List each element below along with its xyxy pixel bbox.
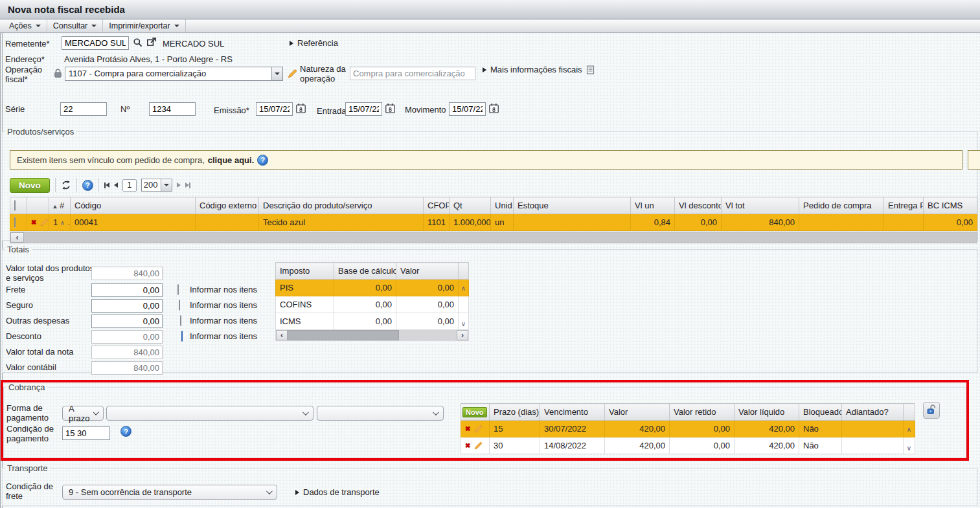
- row-collapse-icon[interactable]: [60, 219, 65, 226]
- movimento-input[interactable]: [449, 102, 486, 116]
- emissao-input[interactable]: [256, 102, 293, 116]
- operacao-fiscal-select[interactable]: 1107 - Compra para comercialização: [65, 67, 283, 81]
- col-vl-tot[interactable]: Vl tot: [722, 197, 799, 214]
- entrada-input[interactable]: [345, 102, 382, 116]
- natureza-operacao-label: Natureza da operação: [300, 65, 356, 84]
- col-vl-un[interactable]: Vl un: [631, 197, 675, 214]
- parcela-row[interactable]: 15 30/07/2022 420,00 0,00 420,00 Não: [461, 421, 915, 437]
- pencil-icon[interactable]: [288, 69, 297, 78]
- imposto-row[interactable]: ICMS 0,00 0,00: [276, 313, 469, 330]
- seguro-informar-checkbox[interactable]: [179, 300, 180, 311]
- scroll-left-button[interactable]: [10, 232, 24, 243]
- col-entrega-pc[interactable]: Entrega PC: [884, 197, 924, 214]
- col-valor[interactable]: Valor: [605, 404, 670, 421]
- col-estoque[interactable]: Estoque: [514, 197, 631, 214]
- dados-transporte-link[interactable]: Dados de transporte: [295, 487, 380, 497]
- calendar-icon[interactable]: [488, 103, 499, 114]
- scroll-down-icon[interactable]: [461, 320, 466, 327]
- impostos-horizontal-scrollbar[interactable]: [276, 330, 468, 340]
- delete-icon[interactable]: [31, 219, 36, 226]
- produtos-horizontal-scrollbar[interactable]: [10, 232, 977, 243]
- external-link-icon[interactable]: [146, 37, 157, 47]
- portador-select[interactable]: [106, 406, 313, 421]
- col-vencimento[interactable]: Vencimento: [540, 404, 605, 421]
- col-qt[interactable]: Qt: [450, 197, 491, 214]
- scroll-up-icon[interactable]: [461, 285, 466, 292]
- referencia-link[interactable]: Referência: [290, 38, 338, 48]
- pencil-icon[interactable]: [40, 218, 49, 226]
- parcela-row[interactable]: 30 14/08/2022 420,00 0,00 420,00 Não: [461, 437, 915, 454]
- next-page-button[interactable]: [177, 182, 181, 188]
- condicao-frete-select[interactable]: 9 - Sem ocorrência de transporte: [62, 485, 277, 500]
- novo-button[interactable]: Novo: [10, 178, 50, 193]
- cobranca-legend: Cobrança: [6, 382, 47, 392]
- pencil-icon[interactable]: [474, 441, 483, 450]
- delete-icon[interactable]: [465, 443, 470, 449]
- remetente-input[interactable]: [62, 36, 129, 50]
- warning-link[interactable]: clique aqui.: [208, 155, 255, 165]
- col-bc-icms[interactable]: BC ICMS: [924, 197, 977, 214]
- desconto-informar-checkbox[interactable]: [181, 331, 183, 342]
- outras-informar-checkbox[interactable]: [180, 315, 181, 326]
- delete-icon[interactable]: [465, 426, 470, 432]
- col-valor-retido[interactable]: Valor retido: [670, 404, 735, 421]
- menu-consultar[interactable]: Consultar: [47, 19, 104, 32]
- outras-despesas-input[interactable]: [91, 315, 163, 328]
- col-codigo[interactable]: Código: [71, 197, 196, 214]
- natureza-operacao-input[interactable]: [350, 67, 475, 80]
- conta-select[interactable]: [317, 406, 444, 421]
- col-vl-desconto[interactable]: Vl desconto: [675, 197, 722, 214]
- imposto-row[interactable]: PIS 0,00 0,00: [276, 280, 469, 296]
- refresh-icon[interactable]: [61, 180, 71, 190]
- calendar-icon[interactable]: [385, 103, 396, 114]
- scroll-up-icon[interactable]: [907, 426, 911, 433]
- col-descricao[interactable]: Descrição do produto/serviço: [259, 197, 424, 214]
- help-icon[interactable]: [82, 180, 93, 191]
- col-adiantado[interactable]: Adiantado?: [842, 404, 904, 421]
- novo-parcela-button[interactable]: Novo: [462, 407, 487, 417]
- col-bloqueado[interactable]: Bloqueado: [799, 404, 842, 421]
- help-icon[interactable]: [120, 426, 131, 437]
- scroll-down-icon[interactable]: [907, 445, 911, 452]
- calendar-icon[interactable]: [295, 103, 306, 114]
- col-prazo[interactable]: Prazo (dias): [490, 404, 540, 421]
- row-checkbox[interactable]: [14, 217, 16, 228]
- numero-input[interactable]: [149, 102, 196, 116]
- search-icon[interactable]: [133, 38, 143, 48]
- scroll-right-button[interactable]: [457, 330, 468, 340]
- col-pedido-compra[interactable]: Pedido de compra: [799, 197, 884, 214]
- col-cfop[interactable]: CFOP: [424, 197, 450, 214]
- menu-acoes[interactable]: Ações: [3, 19, 47, 32]
- col-valor-liquido[interactable]: Valor líquido: [735, 404, 799, 421]
- forma-pagamento-select[interactable]: A prazo: [62, 406, 104, 421]
- frete-informar-checkbox[interactable]: [177, 284, 179, 295]
- seguro-input[interactable]: [91, 299, 163, 313]
- col-codigo-externo[interactable]: Código externo: [196, 197, 259, 214]
- unlock-button[interactable]: [923, 402, 940, 419]
- prev-page-button[interactable]: [114, 182, 118, 188]
- first-page-button[interactable]: [104, 182, 109, 188]
- scroll-left-button[interactable]: [276, 330, 288, 340]
- col-unid[interactable]: Unid: [491, 197, 514, 214]
- condicao-pagamento-input[interactable]: [62, 426, 110, 440]
- sort-asc-icon[interactable]: [53, 205, 57, 208]
- last-page-button[interactable]: [185, 182, 190, 188]
- col-base-calculo[interactable]: Base de cálculo: [334, 263, 396, 280]
- page-number-input[interactable]: [122, 179, 137, 192]
- pencil-icon[interactable]: [474, 425, 483, 433]
- scroll-thumb[interactable]: [288, 330, 399, 340]
- produto-row[interactable]: 1 00041 Tecido azul 1101 1.000,0000 un 0…: [10, 214, 977, 231]
- col-valor[interactable]: Valor: [396, 263, 459, 280]
- imposto-row[interactable]: COFINS 0,00 0,00: [276, 296, 469, 313]
- select-all-checkbox[interactable]: [14, 200, 16, 211]
- page-size-select[interactable]: 200: [141, 179, 172, 192]
- col-imposto[interactable]: Imposto: [276, 263, 334, 280]
- mais-informacoes-fiscais-link[interactable]: Mais informações fiscais: [483, 65, 595, 74]
- frete-input[interactable]: [91, 283, 163, 297]
- row-more-icon[interactable]: [67, 217, 71, 227]
- remetente-display: MERCADO SUL: [163, 39, 224, 49]
- dropdown-button[interactable]: [271, 67, 282, 80]
- menu-imprimir-exportar[interactable]: Imprimir/exportar: [103, 19, 185, 32]
- serie-input[interactable]: [60, 102, 107, 116]
- help-icon[interactable]: [257, 155, 268, 166]
